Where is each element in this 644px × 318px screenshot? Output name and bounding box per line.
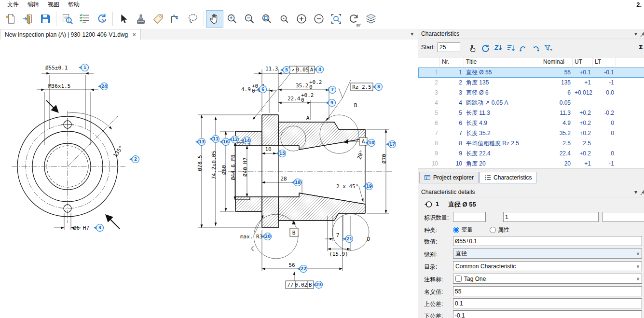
zoom-page-button[interactable] — [258, 10, 275, 28]
plan-list-button[interactable] — [76, 10, 93, 28]
balloon-13[interactable]: 13 — [195, 138, 206, 146]
close-icon[interactable]: × — [132, 31, 136, 38]
kind-variable-radio[interactable] — [453, 227, 459, 233]
document-tab[interactable]: New inspection plan (A) | 930-1200-406-V… — [0, 29, 141, 40]
filter-button[interactable] — [542, 42, 554, 54]
id-count-input-3[interactable] — [603, 212, 644, 222]
characteristic-row-10[interactable]: 1010角度 2020+1-1 — [418, 159, 644, 169]
reload-button[interactable] — [480, 42, 491, 54]
catalog-combo[interactable]: Common Characteristic ∨ — [453, 261, 642, 271]
corner-flag-button[interactable] — [167, 10, 184, 28]
balloon-8[interactable]: 8 — [372, 83, 383, 91]
balloon-1[interactable]: 1 — [79, 64, 89, 71]
lt-cell: -1 — [593, 159, 616, 169]
datum-b-arrow — [292, 221, 296, 224]
nominal-input[interactable] — [453, 286, 642, 296]
zoom-cursor-button[interactable] — [275, 10, 293, 28]
balloon-24[interactable]: 24 — [98, 83, 108, 90]
balloon-11[interactable]: 11 — [209, 136, 219, 143]
flow-out-button[interactable] — [530, 42, 541, 54]
tag-button[interactable] — [150, 10, 167, 28]
characteristic-row-1[interactable]: 11直径 Ø 5555+0.1-0.1 — [418, 68, 644, 78]
column-header-index[interactable] — [418, 57, 440, 67]
rotate-90-button[interactable]: 90° — [345, 10, 362, 28]
column-header-UT[interactable]: UT — [573, 57, 593, 67]
characteristic-row-6[interactable]: 66长度 4.94.9+0.20 — [418, 118, 644, 128]
menu-file[interactable]: 文件 — [3, 0, 23, 9]
tab-characteristics[interactable]: Characteristics — [480, 172, 536, 183]
tag-combo[interactable]: Tag One ∨ — [453, 274, 642, 284]
new-plan-button[interactable] — [2, 10, 19, 28]
column-header-Nominal[interactable]: Nominal — [541, 57, 573, 67]
start-input[interactable] — [438, 42, 460, 52]
balloon-4[interactable]: 4 — [314, 66, 324, 73]
id-count-input-2[interactable] — [503, 212, 599, 222]
sort-list-button[interactable] — [505, 42, 516, 54]
balloon-number: 17 — [389, 142, 395, 147]
balloon-9[interactable]: 9 — [326, 99, 336, 107]
balloon-23[interactable]: 23 — [313, 281, 323, 289]
zoom-out-button[interactable] — [241, 10, 258, 28]
balloon-18[interactable]: 18 — [291, 179, 301, 186]
balloon-20[interactable]: 20 — [261, 233, 272, 240]
minus-circle-button[interactable] — [310, 10, 328, 28]
balloon-3[interactable]: 3 — [94, 224, 104, 232]
tag-checkbox[interactable] — [455, 276, 462, 282]
balloon-5[interactable]: 5 — [280, 67, 290, 74]
tab-list-caret-icon[interactable]: ▾ — [411, 31, 413, 37]
select-button[interactable] — [115, 10, 132, 28]
lower-tolerance-input[interactable] — [453, 310, 642, 318]
lasso-button[interactable] — [184, 10, 202, 28]
menu-view[interactable]: 视图 — [43, 0, 64, 9]
column-header-LT[interactable]: LT — [593, 57, 616, 67]
balloon-16[interactable]: 16 — [219, 138, 230, 146]
characteristic-row-4[interactable]: 44圆跳动 ↗ 0.05 A0.05 — [418, 98, 644, 108]
balloon-15[interactable]: 15 — [276, 150, 286, 157]
drawing-canvas[interactable]: Ø55±0.1M36x1.5135°Ø6 H711.34.9+0.2035.2+… — [0, 40, 418, 318]
level-combo[interactable]: 直径 ∨ — [453, 249, 642, 259]
tab-project-explorer[interactable]: Project explorer — [419, 172, 479, 183]
parallel-datum: B — [309, 282, 312, 288]
balloon-19[interactable]: 19 — [363, 183, 373, 190]
characteristic-row-7[interactable]: 77长度 35.235.2+0.20 — [418, 128, 644, 138]
plus-circle-button[interactable] — [293, 10, 310, 28]
layers-button[interactable] — [362, 10, 380, 28]
menu-edit[interactable]: 编辑 — [23, 0, 43, 9]
sum-symbol[interactable]: Σ — [639, 43, 643, 51]
menu-help[interactable]: 帮助 — [64, 0, 84, 9]
id-count-input-1[interactable] — [453, 212, 486, 222]
pan-button[interactable] — [206, 10, 223, 28]
column-header-Nr.[interactable]: Nr. — [440, 57, 464, 67]
balloon-12[interactable]: 12 — [229, 136, 239, 143]
stamp-button[interactable] — [132, 10, 150, 28]
characteristic-row-3[interactable]: 33直径 Ø 66+0.0120.0 — [418, 88, 644, 98]
value-input[interactable] — [453, 236, 642, 246]
save-button[interactable] — [37, 10, 54, 28]
characteristic-row-9[interactable]: 99长度 22.422.4+0.20 — [418, 149, 644, 159]
collapse-caret-icon[interactable]: ▾ — [634, 29, 637, 39]
characteristic-row-2[interactable]: 22角度 135135+1-1 — [418, 78, 644, 88]
upper-tolerance-input[interactable] — [453, 298, 642, 308]
nr-cell: 5 — [440, 108, 464, 118]
column-header-Title[interactable]: Title — [464, 57, 541, 67]
sort-z-button[interactable] — [492, 42, 504, 54]
flow-in-button[interactable] — [517, 42, 529, 54]
zoom-region-button[interactable] — [328, 10, 345, 28]
characteristic-row-5[interactable]: 55长度 11.311.3+0.2-0.2 — [418, 108, 644, 118]
balloon-17[interactable]: 17 — [386, 141, 396, 148]
characteristic-icon — [424, 200, 432, 208]
balloon-2[interactable]: 2 — [129, 156, 139, 163]
collapse-caret-icon[interactable]: ▾ — [634, 187, 637, 197]
zoom-in-button[interactable] — [223, 10, 241, 28]
balloon-21[interactable]: 21 — [343, 235, 353, 243]
find-button[interactable] — [58, 10, 76, 28]
pin-icon[interactable] — [640, 30, 644, 41]
update-button[interactable] — [93, 10, 110, 28]
characteristic-row-8[interactable]: 88平均值粗糙度 Rz 2.52.52.5 — [418, 138, 644, 149]
open-plan-button[interactable] — [19, 10, 37, 28]
kind-attribute-radio[interactable] — [490, 227, 496, 233]
balloon-22[interactable]: 22 — [297, 265, 307, 273]
zoom-region-icon — [330, 13, 343, 25]
touch-button[interactable] — [467, 42, 479, 54]
balloon-7[interactable]: 7 — [326, 86, 336, 94]
